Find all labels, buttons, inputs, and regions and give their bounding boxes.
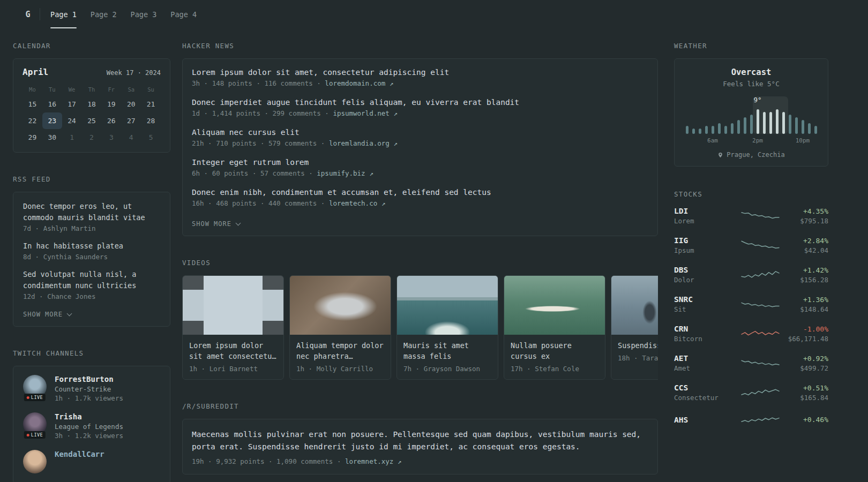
video-thumbnail[interactable] [183,276,283,335]
weather-bar [814,126,817,134]
tab-page-3[interactable]: Page 3 [124,0,164,28]
stock-row[interactable]: AET Amet +0.92% $499.72 [674,354,828,372]
hn-show-more-button[interactable]: SHOW MORE [192,220,240,228]
stock-row[interactable]: SNRC Sit +1.36% $148.64 [674,295,828,313]
live-badge: LIVE [24,431,46,439]
stock-info: IIG Ipsum [674,236,742,254]
video-title: Lorem ipsum dolor sit amet consectetu… [183,335,283,364]
stock-sparkline [742,297,779,312]
weather-bar [731,123,734,134]
weather-location: Prague, Czechia [727,151,784,159]
twitch-channel-row[interactable]: LIVE Trisha League of Legends 3h · 1.2k … [23,412,160,440]
tab-page-1[interactable]: Page 1 [43,0,84,28]
video-thumbnail[interactable] [397,276,498,335]
rss-item-link[interactable]: Sed volutpat nulla nisl, a condimentum n… [23,269,160,291]
subreddit-post-link[interactable]: Maecenas mollis pulvinar erat non posuer… [192,428,648,453]
stock-price: $66,171.48 [779,335,828,343]
twitch-channel-row[interactable]: LIVE ForrestBurton Counter-Strike 1h · 1… [23,375,160,402]
hn-meta: 21h · 710 points · 579 comments · loreml… [192,139,648,147]
hn-title-link[interactable]: Donec imperdiet augue tincidunt felis al… [192,98,648,107]
hn-domain-link[interactable]: loremtech.co ↗ [329,199,385,207]
video-card[interactable]: Aliquam tempor dolor nec pharetra… 1h · … [289,275,391,380]
stock-row[interactable]: AHS +0.46% [674,413,828,428]
video-meta: 7h · Grayson Dawson [397,364,498,379]
tab-page-2[interactable]: Page 2 [84,0,124,28]
stock-sparkline [742,238,779,253]
calendar-day: 26 [101,112,121,129]
weather-bar [699,129,701,134]
weather-bar [692,129,695,134]
hn-title-link[interactable]: Donec enim nibh, condimentum et accumsan… [192,188,648,197]
channel-category-link[interactable]: Counter-Strike [55,385,123,393]
hn-domain-link[interactable]: loremdomain.com ↗ [325,79,393,87]
stock-symbol: AET [674,354,742,363]
left-column: CALENDAR April Week 17 · 2024 MoTuWeThFr… [13,42,170,482]
twitch-widget: TWITCH CHANNELS LIVE ForrestBurton Count… [13,349,170,482]
stocks-widget: STOCKS LDI Lorem +4.35% $795.18 IIG Ipsu… [674,186,828,428]
calendar-day: 5 [141,129,161,146]
weather-current-temp: 9° [753,96,761,104]
hn-title-link[interactable]: Lorem ipsum dolor sit amet, consectetur … [192,68,648,77]
stock-name: Consectetur [674,394,742,402]
hn-title-link[interactable]: Aliquam nec cursus elit [192,128,648,137]
stock-row[interactable]: CRN Bitcorn -1.00% $66,171.48 [674,325,828,343]
calendar-day: 29 [23,129,42,146]
stock-price: $42.04 [779,246,828,254]
stock-row[interactable]: IIG Ipsum +2.84% $42.04 [674,236,828,254]
tab-page-4[interactable]: Page 4 [163,0,204,28]
stock-values: +1.42% $156.28 [779,266,828,284]
channel-category-link[interactable]: League of Legends [55,423,123,431]
subreddit-domain-link[interactable]: loremnet.xyz ↗ [345,457,401,465]
twitch-channel-row[interactable]: KendallCarr [23,450,160,473]
hn-domain-text: ipsumify.biz [317,169,365,177]
app-logo[interactable]: G [16,0,40,28]
video-card[interactable]: Suspendisse diam 18h · Tara [611,275,658,380]
hn-domain-link[interactable]: ipsumworld.net ↗ [333,109,397,117]
channel-info: ForrestBurton Counter-Strike 1h · 1.7k v… [55,375,123,402]
hn-domain-text: loremtech.co [329,199,377,207]
hn-item: Integer eget rutrum lorem 6h · 60 points… [192,158,648,177]
channel-info: KendallCarr [55,450,104,473]
video-thumbnail[interactable] [611,276,658,335]
video-card[interactable]: Mauris sit amet massa felis 7h · Grayson… [396,275,498,380]
video-thumbnail[interactable] [504,276,605,335]
rss-show-more-button[interactable]: SHOW MORE [23,311,71,318]
hn-domain-link[interactable]: loremlandia.org ↗ [329,139,398,147]
stock-row[interactable]: LDI Lorem +4.35% $795.18 [674,207,828,225]
videos-row: Lorem ipsum dolor sit amet consectetu… 1… [182,275,658,380]
stock-row[interactable]: CCS Consectetur +0.51% $165.84 [674,383,828,402]
stock-row[interactable]: DBS Dolor +1.42% $156.28 [674,266,828,284]
subreddit-meta-text: 19h · 9,932 points · 1,090 comments · [192,457,341,465]
video-card[interactable]: Nullam posuere cursus ex 17h · Stefan Co… [504,275,605,380]
channel-name-link[interactable]: KendallCarr [55,450,104,458]
weather-bar [789,115,791,134]
live-badge-label: LIVE [31,432,43,438]
rss-item-link[interactable]: Donec tempor eros leo, ut commodo mauris… [23,201,160,223]
rss-widget: RSS FEED Donec tempor eros leo, ut commo… [13,175,170,327]
calendar-day: 19 [101,96,121,112]
channel-name-link[interactable]: ForrestBurton [55,375,123,383]
hn-domain-link[interactable]: ipsumify.biz ↗ [317,169,373,177]
location-pin-icon [717,152,723,158]
calendar-widget: CALENDAR April Week 17 · 2024 MoTuWeThFr… [13,42,170,153]
rss-item-meta: 8d · Cynthia Saunders [23,253,160,261]
weather-card: Overcast Feels like 5°C 9° 6am2pm10pm Pr… [674,58,828,167]
rss-item-link[interactable]: In hac habitasse platea [23,240,160,252]
hn-meta-text: 1d · 1,414 points · 299 comments · [192,109,329,117]
stock-price: $165.84 [779,394,828,402]
video-card[interactable]: Lorem ipsum dolor sit amet consectetu… 1… [182,275,284,380]
stock-symbol: SNRC [674,295,742,304]
stock-values: +0.46% [779,416,828,425]
live-badge-label: LIVE [31,395,43,400]
channel-info: Trisha League of Legends 3h · 1.2k viewe… [55,412,123,440]
weather-condition: Overcast [684,67,819,77]
weather-bar [757,109,759,134]
channel-name-link[interactable]: Trisha [55,412,123,421]
stocks-section-title: STOCKS [674,190,828,198]
stock-symbol: CCS [674,383,742,392]
stock-name: Sit [674,305,742,313]
hn-domain-text: loremlandia.org [329,139,390,147]
video-thumbnail[interactable] [290,276,391,335]
hn-title-link[interactable]: Integer eget rutrum lorem [192,158,648,167]
calendar-day: 17 [62,96,82,112]
